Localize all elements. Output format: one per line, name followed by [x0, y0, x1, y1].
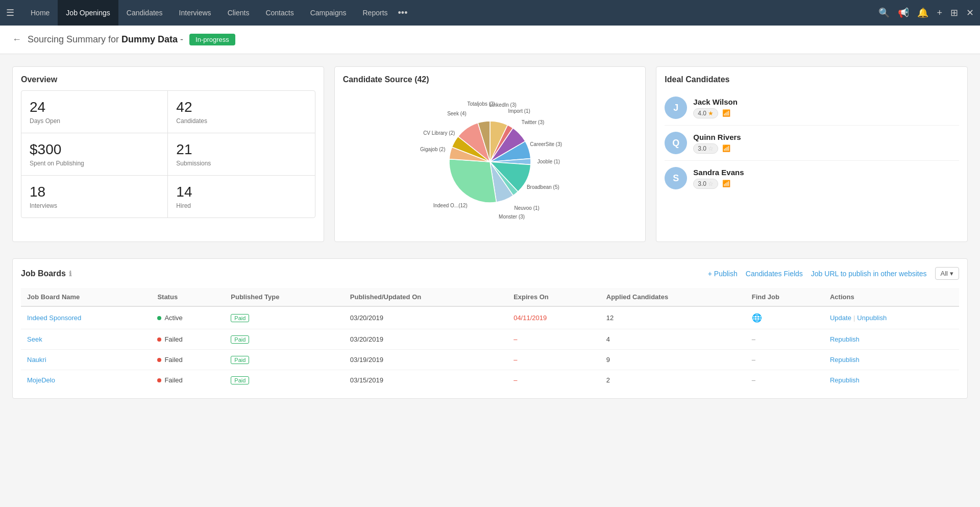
find-job-dash: – — [752, 356, 755, 364]
find-job-cell: 🌐 — [746, 306, 824, 329]
candidate-info: Jack Wilson 4.0 ★ 📶 — [693, 98, 959, 118]
star-icon: ★ — [708, 110, 714, 117]
signal-icon: 📶 — [722, 180, 730, 187]
candidate-name: Jack Wilson — [693, 98, 959, 106]
overview-title: Overview — [21, 75, 315, 84]
bell-icon[interactable]: 🔔 — [917, 7, 928, 18]
table-column-header: Expires On — [507, 288, 600, 306]
find-job-cell: – — [746, 370, 824, 391]
nav-item-clients[interactable]: Clients — [219, 0, 258, 26]
candidates-cell: 4 — [600, 329, 746, 350]
job-board-name-cell: Naukri — [21, 350, 151, 370]
nav-items: Home Job Openings Candidates Interviews … — [22, 0, 878, 26]
status-text: Active — [164, 314, 182, 322]
nav-more-icon[interactable]: ••• — [398, 8, 408, 18]
nav-item-campaigns[interactable]: Campaigns — [302, 0, 355, 26]
type-cell: Paid — [225, 329, 344, 350]
candidate-item: Q Quinn Rivers 3.0 ☆ 📶 — [665, 126, 959, 161]
expires-cell: – — [513, 376, 517, 384]
signal-icon: 📶 — [722, 109, 730, 117]
job-boards-actions: + Publish Candidates Fields Job URL to p… — [708, 267, 959, 280]
nav-item-interviews[interactable]: Interviews — [171, 0, 219, 26]
status-text: Failed — [164, 376, 182, 384]
job-boards-section: Job Boards ℹ + Publish Candidates Fields… — [12, 258, 968, 399]
table-column-header: Applied Candidates — [600, 288, 746, 306]
job-board-name-cell: Indeed Sponsored — [21, 306, 151, 329]
publish-button[interactable]: + Publish — [708, 270, 738, 278]
stat-cell: 21Submissions — [168, 133, 314, 176]
nav-item-reports[interactable]: Reports — [355, 0, 396, 26]
pie-label: LinkedIn (3) — [489, 102, 517, 107]
megaphone-icon[interactable]: 📢 — [898, 7, 909, 18]
grid-icon[interactable]: ⊞ — [950, 7, 958, 18]
expires-cell-wrapper: – — [507, 329, 600, 350]
nav-item-home[interactable]: Home — [22, 0, 58, 26]
candidates-cell: 9 — [600, 350, 746, 370]
actions-cell: Update|Unpublish — [824, 306, 959, 329]
rating-badge: 3.0 ☆ — [693, 179, 718, 189]
update-action[interactable]: Update — [830, 314, 851, 322]
table-header: Job Board NameStatusPublished TypePublis… — [21, 288, 959, 306]
avatar: J — [665, 96, 687, 119]
status-cell: Failed — [151, 370, 225, 391]
ideal-candidates-section: Ideal Candidates J Jack Wilson 4.0 ★ 📶 Q… — [656, 66, 968, 242]
job-board-link[interactable]: Seek — [27, 335, 42, 343]
status-dot — [157, 358, 161, 362]
avatar: S — [665, 167, 687, 189]
nav-item-job-openings[interactable]: Job Openings — [58, 0, 118, 26]
type-cell: Paid — [225, 306, 344, 329]
candidate-rating: 3.0 ☆ 📶 — [693, 179, 959, 189]
stat-label: Interviews — [30, 202, 159, 209]
job-board-link[interactable]: Naukri — [27, 356, 46, 364]
top-row: Overview 24Days Open42Candidates$300Spen… — [12, 66, 968, 242]
published-cell: 03/15/2019 — [344, 370, 507, 391]
expires-cell: – — [513, 356, 517, 364]
find-job-cell: – — [746, 329, 824, 350]
republish-action[interactable]: Republish — [830, 335, 860, 343]
republish-action[interactable]: Republish — [830, 356, 860, 364]
info-icon: ℹ — [69, 270, 71, 278]
published-cell: 03/20/2019 — [344, 329, 507, 350]
republish-action[interactable]: Republish — [830, 376, 860, 384]
pie-chart — [439, 111, 541, 213]
page-header: ← Sourcing Summary for Dummy Data - In-p… — [0, 26, 980, 54]
overview-section: Overview 24Days Open42Candidates$300Spen… — [12, 66, 324, 242]
plus-icon[interactable]: + — [937, 8, 942, 18]
candidate-name: Quinn Rivers — [693, 133, 959, 141]
ideal-candidates-title: Ideal Candidates — [665, 75, 959, 84]
stat-number: 21 — [176, 141, 306, 158]
navbar: ☰ Home Job Openings Candidates Interview… — [0, 0, 980, 26]
job-url-link[interactable]: Job URL to publish in other websites — [811, 270, 927, 278]
table-column-header: Find Job — [746, 288, 824, 306]
rating-badge: 3.0 ☆ — [693, 143, 718, 154]
settings-icon[interactable]: ✕ — [966, 7, 974, 18]
stat-label: Spent on Publishing — [30, 160, 159, 167]
nav-right: 🔍 📢 🔔 + ⊞ ✕ — [878, 7, 974, 18]
expires-cell-wrapper: – — [507, 350, 600, 370]
find-job-globe-icon[interactable]: 🌐 — [752, 313, 762, 322]
find-job-dash: – — [752, 335, 755, 343]
type-cell: Paid — [225, 370, 344, 391]
stat-cell: 24Days Open — [21, 91, 168, 133]
unpublish-action[interactable]: Unpublish — [857, 314, 887, 322]
status-dot — [157, 316, 161, 320]
pie-label: Monster (3) — [499, 213, 525, 219]
status-cell: Failed — [151, 350, 225, 370]
main-content: Overview 24Days Open42Candidates$300Spen… — [0, 54, 980, 411]
nav-item-candidates[interactable]: Candidates — [118, 0, 171, 26]
candidates-fields-link[interactable]: Candidates Fields — [746, 270, 803, 278]
expires-cell-wrapper: 04/11/2019 — [507, 306, 600, 329]
nav-item-contacts[interactable]: Contacts — [257, 0, 302, 26]
status-cell: Active — [151, 306, 225, 329]
search-icon[interactable]: 🔍 — [878, 7, 890, 18]
job-board-link[interactable]: MojeDelo — [27, 376, 55, 384]
candidates-list: J Jack Wilson 4.0 ★ 📶 Q Quinn Rivers 3.0… — [665, 90, 959, 196]
paid-badge: Paid — [231, 376, 249, 384]
candidates-cell: 2 — [600, 370, 746, 391]
stat-cell: $300Spent on Publishing — [21, 133, 168, 176]
menu-icon[interactable]: ☰ — [6, 7, 14, 18]
filter-dropdown[interactable]: All ▾ — [935, 267, 959, 280]
back-button[interactable]: ← — [12, 34, 21, 45]
job-board-link[interactable]: Indeed Sponsored — [27, 314, 81, 322]
expires-cell-wrapper: – — [507, 370, 600, 391]
